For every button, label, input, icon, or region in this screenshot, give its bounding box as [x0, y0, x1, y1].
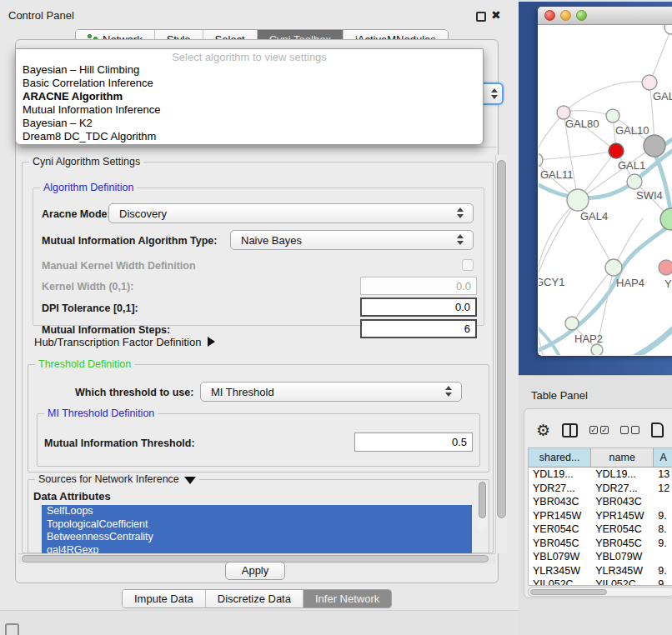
network-edge[interactable]: [649, 30, 671, 82]
split-table-icon[interactable]: [562, 423, 578, 438]
node-table: shared...nameA YDL19...YDL19...13YDR27..…: [528, 448, 672, 586]
attribute-item[interactable]: TopologicalCoefficient: [42, 518, 472, 532]
mac-minimize-button[interactable]: [560, 10, 571, 21]
column-header[interactable]: A: [654, 448, 672, 467]
mi-steps-field[interactable]: 6: [360, 319, 477, 338]
column-header[interactable]: name: [591, 448, 654, 467]
attribute-item[interactable]: BetweennessCentrality: [42, 531, 472, 544]
dpi-tolerance-label: DPI Tolerance [0,1]:: [42, 302, 138, 314]
network-node-swi4[interactable]: [627, 174, 642, 189]
table-row[interactable]: YDR27...YDR27...12: [529, 482, 672, 496]
kernel-width-field[interactable]: 0.0: [360, 277, 477, 295]
float-panel-icon[interactable]: [476, 12, 486, 22]
mac-zoom-button[interactable]: [576, 10, 587, 21]
network-node[interactable]: [660, 208, 672, 230]
network-node-gal10[interactable]: [606, 109, 619, 122]
tab-impute-data[interactable]: Impute Data: [123, 590, 206, 608]
network-node-gal7[interactable]: [642, 75, 657, 90]
sources-collapser[interactable]: Sources for Network Inference: [35, 473, 199, 485]
network-node-gal4[interactable]: [567, 189, 589, 211]
group-title: Cyni Algorithm Settings: [29, 156, 143, 168]
network-node[interactable]: [591, 344, 603, 355]
function-builder-icon[interactable]: [651, 422, 664, 438]
control-panel: Control Panel ✖ NetworkStyleSelectCyni T…: [0, 0, 519, 611]
network-node[interactable]: [644, 135, 665, 157]
manual-kernel-checkbox[interactable]: [462, 259, 474, 271]
deselect-all-icon[interactable]: [620, 426, 639, 434]
tab-discretize-data[interactable]: Discretize Data: [206, 590, 303, 608]
which-threshold-value: MI Threshold: [211, 386, 274, 398]
table-cell: YBL079W: [591, 550, 654, 564]
table-row[interactable]: YER054CYER054C8.: [529, 522, 672, 537]
network-node-hap2[interactable]: [565, 317, 579, 330]
network-graph[interactable]: GAL7GAL80GAL10GAL1GAL11SWI4GAL4GCY1HAP4Y…: [539, 25, 672, 355]
dpi-tolerance-field[interactable]: 0.0: [360, 298, 477, 317]
algorithm-option[interactable]: Bayesian – K2: [16, 117, 483, 130]
mi-threshold-group: MI Threshold Definition Mutual Informati…: [37, 413, 480, 467]
manual-kernel-label: Manual Kernel Width Definition: [42, 260, 196, 272]
node-label: SWI4: [636, 189, 663, 202]
table-row[interactable]: YLR345WYLR345W9.: [529, 564, 672, 578]
network-window-titlebar[interactable]: [538, 7, 672, 25]
table-row[interactable]: YBR043CYBR043C: [529, 495, 672, 509]
node-label: GAL11: [540, 168, 574, 181]
algorithm-option[interactable]: ARACNE Algorithm: [16, 90, 483, 103]
close-icon[interactable]: ✖: [491, 8, 501, 22]
algorithm-option[interactable]: Basic Correlation Inference: [16, 77, 483, 90]
mi-algorithm-type-combobox[interactable]: Naive Bayes: [230, 230, 474, 250]
table-row[interactable]: YBR045CYBR045C9.: [529, 537, 672, 551]
settings-vertical-scrollbar-thumb[interactable]: [497, 160, 506, 518]
table-cell: [654, 550, 672, 564]
attribute-item[interactable]: SelfLoops: [42, 505, 472, 518]
expander-right-icon: [208, 337, 215, 347]
network-edge[interactable]: [564, 111, 613, 116]
combo-arrows-icon: [457, 208, 464, 218]
sources-group: Sources for Network Inference Data Attri…: [28, 479, 489, 553]
network-node-hap4[interactable]: [605, 259, 622, 276]
which-threshold-combobox[interactable]: MI Threshold: [200, 382, 462, 402]
column-header[interactable]: shared...: [529, 448, 591, 467]
network-edge[interactable]: [539, 225, 670, 355]
table-row[interactable]: YIL052CYIL052C9.: [529, 578, 672, 585]
network-node-y[interactable]: [659, 260, 672, 275]
algorithm-option[interactable]: Mutual Information Inference: [16, 103, 483, 117]
table-cell: YLR345W: [529, 564, 591, 578]
mac-close-button[interactable]: [544, 10, 555, 21]
network-edge[interactable]: [564, 82, 649, 112]
table-row[interactable]: YBL079WYBL079W: [529, 550, 672, 564]
table-horizontal-scrollbar[interactable]: [528, 587, 672, 597]
network-edge[interactable]: [539, 112, 564, 160]
apply-button[interactable]: Apply: [225, 562, 285, 580]
node-label: GAL10: [615, 124, 649, 137]
table-row[interactable]: YDL19...YDL19...13: [529, 468, 672, 482]
algorithm-option[interactable]: Dream8 DC_TDC Algorithm: [16, 130, 483, 143]
aracne-mode-label: Aracne Mode:: [42, 208, 111, 220]
tab-infer-network[interactable]: Infer Network: [303, 590, 391, 608]
table-horizontal-scrollbar-thumb[interactable]: [530, 589, 607, 595]
node-label: Y: [664, 278, 672, 290]
aracne-mode-combobox[interactable]: Discovery: [108, 203, 474, 223]
table-cell: YER054C: [591, 522, 654, 537]
hub-definition-expander[interactable]: Hub/Transcription Factor Definition: [34, 336, 215, 348]
table-row[interactable]: YPR145WYPR145W9.: [529, 509, 672, 523]
mi-threshold-field[interactable]: 0.5: [354, 432, 473, 452]
network-node-gal1[interactable]: [609, 143, 624, 158]
select-all-icon[interactable]: ✓✓: [589, 426, 609, 434]
attribute-item[interactable]: gal4RGexp: [42, 544, 472, 554]
table-cell: 9.: [654, 564, 672, 578]
network-edge[interactable]: [539, 151, 616, 160]
network-node-gal11[interactable]: [539, 153, 543, 167]
network-node[interactable]: [664, 25, 672, 34]
table-panel-body: ⚙ ✓✓ shared...nameA YDL19...YDL19...13YD…: [524, 408, 672, 598]
table-toolbar: ⚙ ✓✓: [536, 419, 672, 441]
attributes-scrollbar[interactable]: [478, 482, 487, 530]
minimized-panel-icon[interactable]: [5, 623, 19, 635]
collapser-down-icon: [184, 477, 196, 484]
table-cell: YIL052C: [529, 578, 591, 585]
network-edge[interactable]: [632, 323, 672, 355]
node-label: HAP4: [616, 277, 644, 289]
network-canvas[interactable]: GAL7GAL80GAL10GAL1GAL11SWI4GAL4GCY1HAP4Y…: [539, 25, 672, 355]
gear-icon[interactable]: ⚙: [536, 421, 550, 439]
control-panel-title: Control Panel: [8, 9, 74, 22]
algorithm-option[interactable]: Bayesian – Hill Climbing: [16, 63, 483, 77]
